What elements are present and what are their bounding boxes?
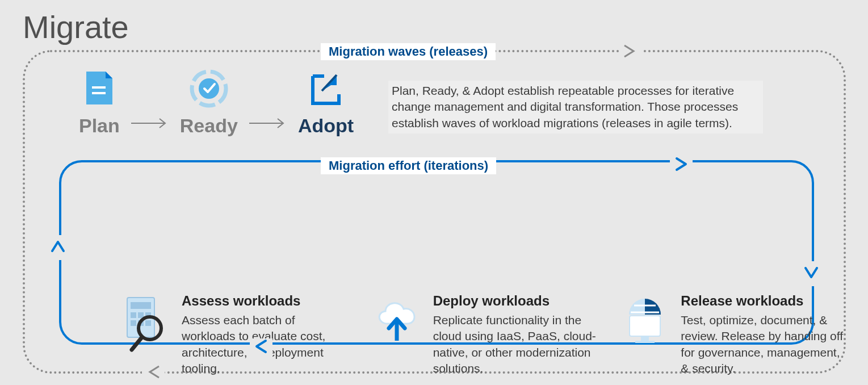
svg-point-4 bbox=[199, 78, 219, 99]
ready-label: Ready bbox=[180, 115, 238, 137]
workload-release: Release workloads Test, optimize, docume… bbox=[619, 293, 845, 376]
chevron-right-icon bbox=[670, 156, 693, 174]
svg-rect-8 bbox=[131, 312, 136, 318]
chevron-down-icon bbox=[803, 261, 819, 286]
process-description: Plan, Ready, & Adopt establish repeatabl… bbox=[388, 81, 763, 133]
workload-deploy: Deploy workloads Replicate functionality… bbox=[372, 293, 597, 376]
svg-rect-9 bbox=[138, 312, 144, 318]
svg-rect-0 bbox=[92, 86, 106, 89]
step-ready: Ready bbox=[180, 69, 238, 137]
plan-icon bbox=[83, 72, 116, 110]
svg-rect-11 bbox=[131, 320, 136, 326]
deploy-icon bbox=[372, 296, 423, 376]
outer-label: Migration waves (releases) bbox=[321, 43, 496, 60]
svg-rect-19 bbox=[630, 316, 660, 336]
assess-title: Assess workloads bbox=[182, 293, 349, 309]
step-adopt: Adopt bbox=[298, 72, 354, 137]
svg-rect-7 bbox=[131, 302, 151, 309]
chevron-right-icon bbox=[619, 44, 641, 60]
svg-line-15 bbox=[132, 337, 142, 350]
chevron-up-icon bbox=[50, 235, 66, 260]
workloads-row: Assess workloads Assess each batch of wo… bbox=[124, 293, 845, 376]
arrow-right-icon bbox=[130, 118, 170, 131]
top-steps-row: Plan Ready bbox=[79, 69, 354, 137]
ready-icon bbox=[190, 69, 228, 110]
chevron-left-icon bbox=[142, 365, 165, 381]
adopt-label: Adopt bbox=[298, 115, 354, 137]
svg-rect-1 bbox=[92, 92, 106, 94]
svg-rect-20 bbox=[641, 336, 649, 341]
adopt-icon bbox=[308, 72, 343, 110]
chevron-left-icon bbox=[250, 338, 272, 357]
release-icon bbox=[619, 296, 670, 376]
deploy-desc: Replicate functionality in the cloud usi… bbox=[433, 312, 597, 376]
release-title: Release workloads bbox=[681, 293, 845, 309]
svg-rect-13 bbox=[145, 320, 151, 326]
deploy-title: Deploy workloads bbox=[433, 293, 597, 309]
plan-label: Plan bbox=[79, 115, 120, 137]
svg-rect-21 bbox=[635, 341, 655, 343]
inner-label: Migration effort (iterations) bbox=[321, 157, 496, 174]
page-title: Migrate bbox=[23, 9, 129, 45]
step-plan: Plan bbox=[79, 72, 120, 137]
release-desc: Test, optimize, document, & review. Rele… bbox=[681, 312, 845, 376]
arrow-right-icon bbox=[248, 118, 288, 131]
outer-waves-container: Plan Ready bbox=[23, 50, 846, 374]
inner-effort-container: Assess workloads Assess each batch of wo… bbox=[59, 160, 814, 345]
workload-assess: Assess workloads Assess each batch of wo… bbox=[124, 293, 349, 376]
